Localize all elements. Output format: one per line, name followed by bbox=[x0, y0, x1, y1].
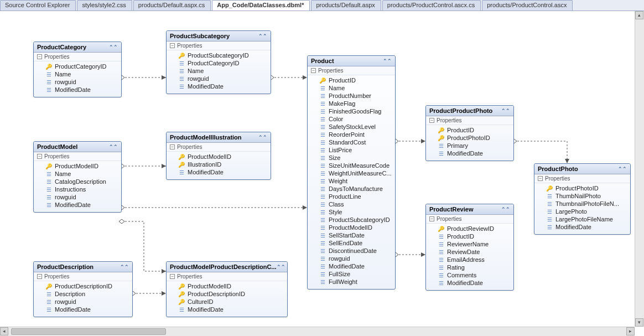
property-row[interactable]: ☰Instructions bbox=[34, 185, 121, 193]
entity-ProductPhoto[interactable]: ProductPhoto⌃⌃−Properties🔑ProductPhotoID… bbox=[534, 163, 631, 235]
properties-section-header[interactable]: −Properties bbox=[167, 272, 287, 281]
properties-section-header[interactable]: −Properties bbox=[426, 116, 513, 125]
property-row[interactable]: ☰SellStartDate bbox=[308, 231, 395, 239]
property-row[interactable]: 🔑ProductID bbox=[308, 76, 395, 84]
property-row[interactable]: ☰ModifiedDate bbox=[308, 262, 395, 270]
collapse-icon[interactable]: ⌃⌃ bbox=[277, 264, 285, 270]
property-row[interactable]: 🔑ProductModelID bbox=[167, 282, 287, 290]
properties-section-header[interactable]: −Properties bbox=[308, 66, 395, 75]
scroll-down-button[interactable]: ▾ bbox=[635, 318, 643, 327]
scroll-up-button[interactable]: ▴ bbox=[635, 11, 643, 19]
collapse-icon[interactable]: ⌃⌃ bbox=[120, 264, 129, 270]
property-row[interactable]: 🔑ProductDescriptionID bbox=[167, 290, 287, 298]
property-row[interactable]: ☰WeightUnitMeasureC... bbox=[308, 169, 395, 177]
property-row[interactable]: ☰ThumbnailPhotoFileN... bbox=[534, 200, 630, 208]
tab-1[interactable]: styles/style2.css bbox=[77, 0, 132, 11]
designer-viewport[interactable]: ProductCategory⌃⌃−Properties🔑ProductCate… bbox=[0, 11, 644, 327]
property-row[interactable]: ☰Comments bbox=[426, 271, 513, 279]
entity-header[interactable]: ProductCategory⌃⌃ bbox=[34, 42, 121, 53]
collapse-box-icon[interactable]: − bbox=[538, 176, 543, 181]
dbml-canvas[interactable]: ProductCategory⌃⌃−Properties🔑ProductCate… bbox=[0, 11, 633, 327]
collapse-box-icon[interactable]: − bbox=[37, 154, 42, 159]
tab-4[interactable]: products/Default.aspx bbox=[311, 0, 381, 11]
property-row[interactable]: ☰Rating bbox=[426, 263, 513, 271]
entity-header[interactable]: ProductSubcategory⌃⌃ bbox=[167, 31, 271, 42]
property-row[interactable]: ☰MakeFlag bbox=[308, 100, 395, 107]
collapse-icon[interactable]: ⌃⌃ bbox=[109, 144, 118, 149]
tab-6[interactable]: products/ProductControl.ascx bbox=[482, 0, 573, 11]
collapse-icon[interactable]: ⌃⌃ bbox=[501, 108, 510, 113]
property-row[interactable]: ☰DiscontinuedDate bbox=[308, 247, 395, 255]
collapse-box-icon[interactable]: − bbox=[311, 68, 316, 73]
entity-header[interactable]: ProductDescription⌃⌃ bbox=[34, 262, 132, 272]
property-row[interactable]: ☰Name bbox=[34, 170, 121, 178]
tab-2[interactable]: products/Default.aspx.cs bbox=[133, 0, 211, 11]
property-row[interactable]: ☰SizeUnitMeasureCode bbox=[308, 162, 395, 169]
entity-Product[interactable]: Product⌃⌃−Properties🔑ProductID☰Name☰Prod… bbox=[307, 55, 396, 290]
collapse-box-icon[interactable]: − bbox=[37, 54, 42, 59]
property-row[interactable]: ☰ModifiedDate bbox=[167, 168, 271, 176]
entity-ProductModel[interactable]: ProductModel⌃⌃−Properties🔑ProductModelID… bbox=[33, 141, 122, 213]
entity-header[interactable]: Product⌃⌃ bbox=[308, 56, 395, 66]
property-row[interactable]: ☰ProductModelID bbox=[308, 224, 395, 231]
property-row[interactable]: ☰ModifiedDate bbox=[426, 279, 513, 287]
property-row[interactable]: ☰ProductCategoryID bbox=[167, 59, 271, 67]
tab-0[interactable]: Source Control Explorer bbox=[0, 0, 76, 11]
entity-header[interactable]: ProductProductPhoto⌃⌃ bbox=[426, 106, 513, 116]
property-row[interactable]: ☰ModifiedDate bbox=[34, 306, 132, 313]
properties-section-header[interactable]: −Properties bbox=[34, 272, 132, 281]
property-row[interactable]: ☰ReviewerName bbox=[426, 240, 513, 248]
property-row[interactable]: ☰Primary bbox=[426, 142, 513, 149]
collapse-box-icon[interactable]: − bbox=[429, 216, 434, 221]
properties-section-header[interactable]: −Properties bbox=[34, 152, 121, 161]
tab-3[interactable]: App_Code/DataClasses.dbml* bbox=[212, 0, 310, 11]
property-row[interactable]: ☰rowguid bbox=[34, 78, 121, 86]
property-row[interactable]: ☰Size bbox=[308, 154, 395, 162]
property-row[interactable]: 🔑CultureID bbox=[167, 298, 287, 306]
property-row[interactable]: ☰SafetyStockLevel bbox=[308, 123, 395, 131]
property-row[interactable]: ☰Weight bbox=[308, 177, 395, 185]
property-row[interactable]: ☰ModifiedDate bbox=[167, 306, 287, 313]
property-row[interactable]: ☰CatalogDescription bbox=[34, 178, 121, 185]
entity-ProductDescription[interactable]: ProductDescription⌃⌃−Properties🔑ProductD… bbox=[33, 261, 133, 317]
collapse-icon[interactable]: ⌃⌃ bbox=[618, 166, 627, 172]
property-row[interactable]: 🔑ProductReviewID bbox=[426, 225, 513, 232]
property-row[interactable]: ☰rowguid bbox=[308, 255, 395, 262]
collapse-icon[interactable]: ⌃⌃ bbox=[258, 33, 267, 39]
properties-section-header[interactable]: −Properties bbox=[167, 143, 271, 152]
entity-ProductCategory[interactable]: ProductCategory⌃⌃−Properties🔑ProductCate… bbox=[33, 42, 122, 97]
collapse-box-icon[interactable]: − bbox=[429, 118, 434, 123]
property-row[interactable]: ☰ModifiedDate bbox=[34, 86, 121, 94]
property-row[interactable]: ☰StandardCost bbox=[308, 138, 395, 146]
entity-header[interactable]: ProductModelProductDescriptionC...⌃⌃ bbox=[167, 262, 287, 272]
property-row[interactable]: 🔑ProductPhotoID bbox=[426, 134, 513, 142]
collapse-box-icon[interactable]: − bbox=[170, 274, 175, 279]
property-row[interactable]: 🔑IllustrationID bbox=[167, 161, 271, 168]
property-row[interactable]: ☰ProductID bbox=[426, 232, 513, 240]
collapse-box-icon[interactable]: − bbox=[170, 43, 175, 48]
property-row[interactable]: ☰Description bbox=[34, 290, 132, 298]
property-row[interactable]: ☰ModifiedDate bbox=[534, 223, 630, 231]
property-row[interactable]: 🔑ProductModelID bbox=[34, 162, 121, 170]
property-row[interactable]: 🔑ProductID bbox=[426, 126, 513, 134]
entity-ProductModelIllustration[interactable]: ProductModelIllustration⌃⌃−Properties🔑Pr… bbox=[166, 132, 271, 180]
property-row[interactable]: ☰ProductLine bbox=[308, 193, 395, 200]
property-row[interactable]: ☰Name bbox=[167, 67, 271, 75]
properties-section-header[interactable]: −Properties bbox=[167, 42, 271, 50]
vertical-scrollbar[interactable]: ▴ ▾ bbox=[635, 11, 644, 327]
collapse-icon[interactable]: ⌃⌃ bbox=[383, 58, 392, 64]
collapse-box-icon[interactable]: − bbox=[37, 274, 42, 279]
entity-ProductReview[interactable]: ProductReview⌃⌃−Properties🔑ProductReview… bbox=[425, 204, 514, 291]
entity-header[interactable]: ProductModelIllustration⌃⌃ bbox=[167, 132, 271, 143]
property-row[interactable]: 🔑ProductCategoryID bbox=[34, 63, 121, 70]
property-row[interactable]: ☰ModifiedDate bbox=[34, 201, 121, 209]
property-row[interactable]: ☰ListPrice bbox=[308, 146, 395, 154]
property-row[interactable]: ☰DaysToManufacture bbox=[308, 185, 395, 193]
property-row[interactable]: ☰SellEndDate bbox=[308, 239, 395, 247]
property-row[interactable]: 🔑ProductSubcategoryID bbox=[167, 51, 271, 59]
collapse-box-icon[interactable]: − bbox=[170, 144, 175, 149]
property-row[interactable]: ☰rowguid bbox=[34, 193, 121, 201]
collapse-icon[interactable]: ⌃⌃ bbox=[501, 206, 510, 212]
property-row[interactable]: 🔑ProductModelID bbox=[167, 153, 271, 161]
property-row[interactable]: ☰LargePhotoFileName bbox=[534, 215, 630, 223]
